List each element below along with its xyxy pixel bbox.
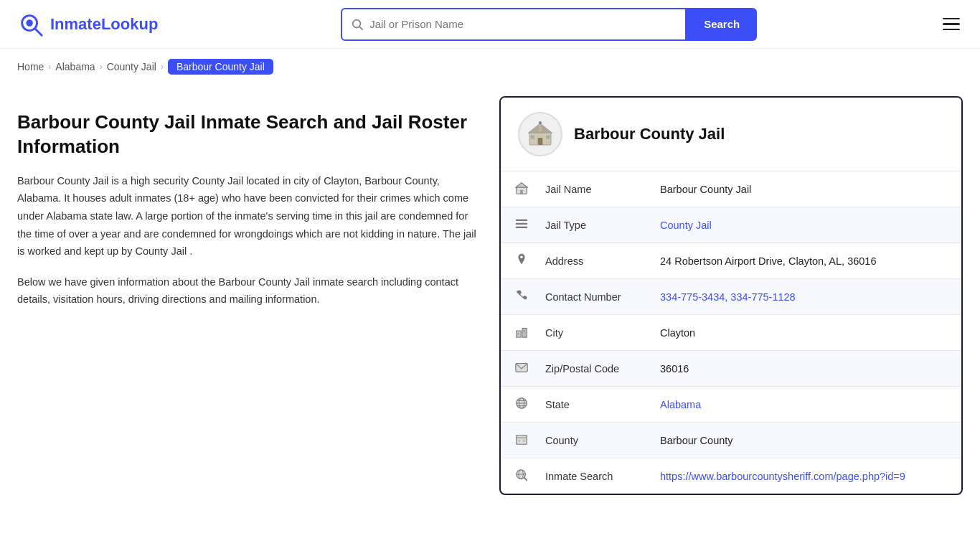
svg-rect-14: [520, 190, 523, 194]
table-row: Jail NameBarbour County Jail: [501, 171, 961, 207]
breadcrumb-alabama[interactable]: Alabama: [55, 61, 95, 72]
info-card-header: Barbour County Jail: [501, 98, 961, 171]
table-row: StateAlabama: [501, 387, 961, 423]
table-cell-label: State: [532, 387, 647, 423]
svg-line-2: [35, 28, 42, 35]
table-cell-value: Barbour County Jail: [647, 171, 961, 207]
table-cell-value: Clayton: [647, 315, 961, 351]
jail-avatar: [518, 112, 562, 156]
table-row: Jail TypeCounty Jail: [501, 207, 961, 243]
svg-rect-17: [516, 227, 527, 228]
jail-building-icon: [526, 120, 555, 149]
logo-text: InmateLookup: [50, 15, 158, 34]
search-icon: [351, 18, 364, 31]
table-cell-link[interactable]: https://www.barbourcountysheriff.com/pag…: [660, 471, 905, 482]
svg-rect-20: [522, 328, 527, 337]
svg-rect-32: [523, 440, 525, 442]
info-card-title: Barbour County Jail: [574, 125, 725, 143]
county-icon: [501, 423, 532, 458]
search-input[interactable]: [369, 18, 677, 30]
table-cell-label: Inmate Search: [532, 458, 647, 494]
svg-line-36: [524, 478, 527, 481]
phone-icon: [501, 279, 532, 315]
search-bar: Search: [341, 8, 757, 41]
table-cell-label: Contact Number: [532, 279, 647, 315]
city-icon: [501, 315, 532, 351]
logo-icon: [17, 11, 44, 38]
info-table: Jail NameBarbour County JailJail TypeCou…: [501, 171, 961, 494]
mail-icon: [501, 351, 532, 387]
globe-icon: [501, 387, 532, 423]
breadcrumb-sep-2: ›: [100, 62, 103, 72]
table-cell-value[interactable]: https://www.barbourcountysheriff.com/pag…: [647, 458, 961, 494]
table-row: Inmate Searchhttps://www.barbourcountysh…: [501, 458, 961, 494]
table-row: Address24 Robertson Airport Drive, Clayt…: [501, 243, 961, 279]
svg-line-4: [359, 27, 362, 29]
search-globe-icon: [501, 458, 532, 494]
list-icon: [501, 207, 532, 243]
svg-rect-29: [517, 435, 527, 445]
table-cell-value[interactable]: County Jail: [647, 207, 961, 243]
info-card: Barbour County Jail Jail NameBarbour Cou…: [499, 96, 963, 495]
breadcrumb-sep-1: ›: [48, 62, 51, 72]
table-cell-value[interactable]: 334-775-3434, 334-775-1128: [647, 279, 961, 315]
breadcrumb-home[interactable]: Home: [17, 61, 44, 72]
table-cell-label: Address: [532, 243, 647, 279]
logo[interactable]: InmateLookup: [17, 11, 158, 38]
table-cell-link[interactable]: Alabama: [660, 399, 701, 410]
table-row: CityClayton: [501, 315, 961, 351]
table-cell-label: Jail Type: [532, 207, 647, 243]
right-column: Barbour County Jail Jail NameBarbour Cou…: [499, 96, 963, 495]
description-para-1: Barbour County Jail is a high security C…: [17, 172, 476, 260]
svg-rect-6: [538, 138, 543, 145]
breadcrumb-sep-3: ›: [161, 62, 164, 72]
table-cell-label: Zip/Postal Code: [532, 351, 647, 387]
table-cell-value: 36016: [647, 351, 961, 387]
description-para-2: Below we have given information about th…: [17, 273, 476, 309]
table-row: Contact Number334-775-3434, 334-775-1128: [501, 279, 961, 315]
menu-button[interactable]: [940, 15, 963, 34]
svg-point-1: [26, 19, 33, 26]
search-input-wrap: [341, 8, 687, 41]
svg-rect-10: [539, 123, 541, 132]
svg-marker-13: [516, 183, 527, 187]
page-heading: Barbour County Jail Inmate Search and Ja…: [17, 110, 476, 159]
table-cell-value[interactable]: Alabama: [647, 387, 961, 423]
left-column: Barbour County Jail Inmate Search and Ja…: [17, 96, 476, 495]
table-cell-label: Jail Name: [532, 171, 647, 207]
table-row: CountyBarbour County: [501, 423, 961, 458]
svg-point-11: [539, 121, 542, 124]
breadcrumb-current: Barbour County Jail: [168, 59, 273, 75]
location-icon: [501, 243, 532, 279]
svg-rect-7: [531, 136, 534, 139]
breadcrumb: Home › Alabama › County Jail › Barbour C…: [0, 49, 980, 82]
svg-rect-22: [524, 330, 525, 332]
svg-rect-31: [518, 440, 520, 442]
table-cell-link[interactable]: 334-775-3434, 334-775-1128: [660, 291, 796, 303]
table-cell-value: Barbour County: [647, 423, 961, 458]
table-cell-label: City: [532, 315, 647, 351]
jail-icon: [501, 171, 532, 207]
header: InmateLookup Search: [0, 0, 980, 49]
table-cell-value: 24 Robertson Airport Drive, Clayton, AL,…: [647, 243, 961, 279]
main-layout: Barbour County Jail Inmate Search and Ja…: [0, 82, 980, 524]
breadcrumb-county-jail[interactable]: County Jail: [107, 61, 156, 72]
table-row: Zip/Postal Code36016: [501, 351, 961, 387]
svg-point-18: [520, 256, 523, 259]
svg-rect-16: [516, 223, 527, 225]
table-cell-link[interactable]: County Jail: [660, 220, 712, 231]
svg-rect-15: [516, 220, 527, 221]
svg-rect-21: [518, 333, 519, 335]
search-button[interactable]: Search: [687, 8, 757, 41]
svg-rect-8: [546, 136, 550, 139]
table-cell-label: County: [532, 423, 647, 458]
